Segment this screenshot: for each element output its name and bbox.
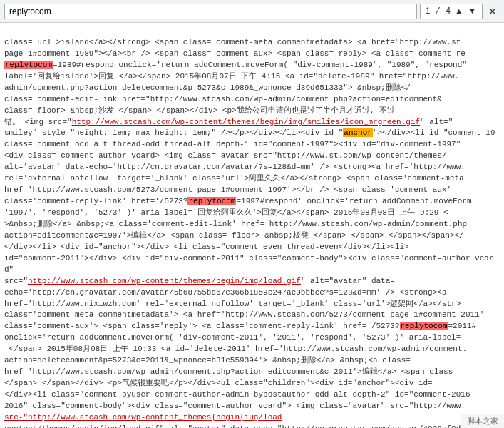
content-line: action=deletecomment&p=5273&c=2011&_wpno…: [4, 355, 500, 367]
content-line: </span> 2015年08月08日 上午 10:33 <a id='dele…: [4, 344, 500, 355]
content-line: action=editcomment&c=1997'>编辑</a> <span …: [4, 230, 500, 242]
link-text[interactable]: http://www.stcash.com/wp-content/themes/…: [28, 277, 301, 285]
content-line: class= comment odd alt thread-odd thread…: [4, 139, 500, 151]
content-line: rel='external nofollow' target='_blank' …: [4, 173, 500, 185]
content-line: '1997', 'respond', '5273' )' aria-label=…: [4, 208, 500, 219]
content-line: smiley" style="height: 1em; max-height: …: [4, 128, 500, 139]
content-line: src-"http://www.stcash.com/wp-content_th…: [4, 412, 500, 424]
browser-toolbar: 1 / 4 ▲ ▼ ✕: [0, 0, 504, 23]
content-line: page-1#comment-1989"></a><br /> <span cl…: [4, 49, 500, 60]
link-text[interactable]: http://www.stcash.com/wp-content/themes/…: [72, 118, 420, 126]
content-line: href='http://www.stcash.com/wp-admin/com…: [4, 367, 500, 378]
content-line: class='comment-aux'> <span class='reply'…: [4, 321, 500, 332]
content-line: class= floor> &nbsp;沙发 </span> </span></…: [4, 106, 500, 117]
search-match-current: anchor: [343, 128, 373, 137]
content-line: admin/comment.php?action=deletecomment&p…: [4, 83, 500, 94]
content-line: </span> </span></div> <p>气候很重要吧</p></div…: [4, 378, 500, 389]
content-line: content/themes/begin/img/load.gif" alt="…: [4, 424, 500, 428]
search-bar[interactable]: [4, 4, 417, 19]
bottom-bar: 脚本之家: [461, 414, 504, 428]
content-line: <div class= comment-author vcard> <img c…: [4, 151, 500, 162]
link-text[interactable]: src-"http://www.stcash.com/wp-content_th…: [4, 413, 282, 422]
content-line: alt='avatar' data-echo='http://cn.gravat…: [4, 162, 500, 173]
search-match: replytocom: [187, 197, 236, 205]
content-line: echo='http://cn.gravatar.com/avatar/5b68…: [4, 287, 500, 299]
content-line: onclick='return addComment.moveForm( 'di…: [4, 332, 500, 344]
search-match: replytocom: [4, 61, 53, 69]
content-area: class= url >island</a></strong> <span cl…: [0, 23, 504, 428]
content-line: 2016" class="comment-body"><div class="c…: [4, 401, 500, 412]
content-line: label='回复给island'>回复 </a></span> 2015年08…: [4, 71, 500, 83]
content-line: src="http://www.stcash.com/wp-content/th…: [4, 276, 500, 287]
content-line: replytocom=1989#respond onclick='return …: [4, 60, 500, 71]
content-line: >&nbsp;删除</a> &nbsp;<a class='comment-ed…: [4, 219, 500, 230]
close-button[interactable]: ✕: [485, 6, 500, 17]
content-line: class= comment-edit-link href="http://ww…: [4, 94, 500, 106]
nav-down-button[interactable]: ▼: [467, 7, 478, 15]
search-match: replytocom: [400, 322, 448, 330]
nav-up-button[interactable]: ▲: [453, 7, 464, 15]
content-line: class='comment-reply-link' href='/5273?r…: [4, 196, 500, 208]
content-line: class= url >island</a></strong> <span cl…: [4, 37, 500, 49]
bottom-label: 脚本之家: [467, 417, 498, 426]
content-line: </div></li> <div id="anchor"></div> <li …: [4, 242, 500, 253]
counter-text: 1 / 4: [425, 6, 451, 16]
content-line: 错。 <img src="http://www.stcash.com/wp-co…: [4, 117, 500, 128]
content-line: href='http://www.nixiwzh.com' rel='exter…: [4, 299, 500, 310]
content-line: id="comment-2011"></div> <div id="div-co…: [4, 253, 500, 276]
content-line: href='http://www.stcash.com/5273/comment…: [4, 185, 500, 196]
content-line: </div><li class="comment byuser comment-…: [4, 389, 500, 401]
nav-counter: 1 / 4 ▲ ▼: [420, 4, 483, 19]
search-input[interactable]: [9, 6, 412, 16]
content-line: class='comment-meta commentmetadata'> <a…: [4, 310, 500, 321]
